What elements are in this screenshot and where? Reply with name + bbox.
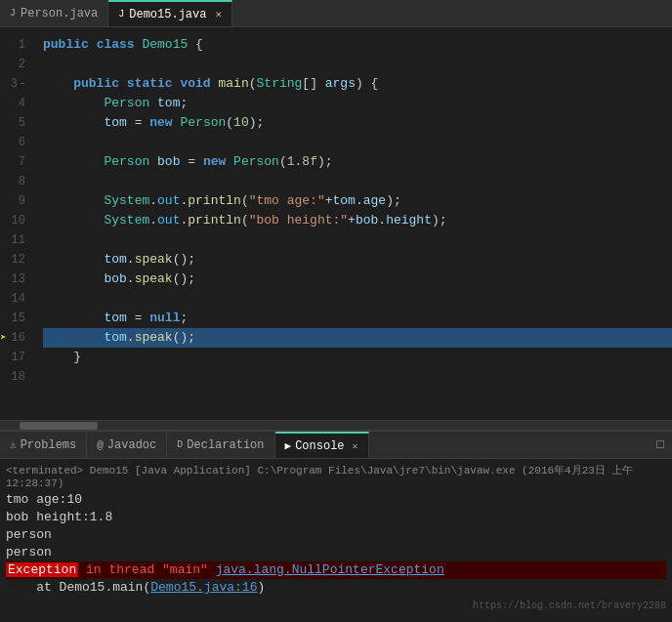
tab-bar: J Person.java J Demo15.java ✕ <box>0 0 672 27</box>
line-num-10: 10 <box>0 211 35 230</box>
code-line-9: System.out.println("tmo age:"+tom.age); <box>43 191 672 211</box>
console-line-2: bob height:1.8 <box>6 509 666 526</box>
console-status: <terminated> Demo15 [Java Application] C… <box>6 463 666 489</box>
tab-person-label: Person.java <box>21 7 98 21</box>
code-line-1: public class Demo15 { <box>43 35 672 55</box>
tab-declaration[interactable]: D Declaration <box>167 432 274 458</box>
code-lines: public class Demo15 { public static void… <box>35 27 672 420</box>
maximize-icon: □ <box>656 437 664 452</box>
bottom-tab-bar: ⚠ Problems @ Javadoc D Declaration ▶ Con… <box>0 432 672 459</box>
problems-icon: ⚠ <box>10 438 17 451</box>
console-line-1: tmo age:10 <box>6 491 666 509</box>
java-file-icon: J <box>10 8 16 19</box>
exception-link[interactable]: java.lang.NullPointerException <box>216 562 444 577</box>
line-numbers: 1 2 3- 4 5 6 7 8 9 10 11 12 13 14 15 ➤16… <box>0 27 35 420</box>
code-editor: 1 2 3- 4 5 6 7 8 9 10 11 12 13 14 15 ➤16… <box>0 27 672 420</box>
code-line-13: bob.speak(); <box>43 270 672 289</box>
console-line-4: person <box>6 544 666 561</box>
console-close-icon[interactable]: ✕ <box>353 440 358 452</box>
code-line-14 <box>43 289 672 309</box>
line-num-11: 11 <box>0 230 35 250</box>
line-num-13: 13 <box>0 270 35 289</box>
line-num-17: 17 <box>0 348 35 367</box>
console-output: <terminated> Demo15 [Java Application] C… <box>0 459 672 622</box>
code-line-12: tom.speak(); <box>43 250 672 270</box>
code-line-11 <box>43 230 672 250</box>
line-num-9: 9 <box>0 191 35 211</box>
console-icon: ▶ <box>285 439 292 452</box>
tab-person[interactable]: J Person.java <box>0 0 108 26</box>
tab-problems[interactable]: ⚠ Problems <box>0 432 87 458</box>
close-icon[interactable]: ✕ <box>215 8 222 21</box>
tab-problems-label: Problems <box>21 438 77 452</box>
code-line-17: } <box>43 348 672 367</box>
fold-icon[interactable]: - <box>20 74 25 94</box>
javadoc-icon: @ <box>97 439 104 451</box>
line-num-5: 5 <box>0 113 35 133</box>
code-line-10: System.out.println("bob height:"+bob.hei… <box>43 211 672 230</box>
editor-area: J Person.java J Demo15.java ✕ 1 2 3- 4 5… <box>0 0 672 430</box>
java-file-icon-2: J <box>118 9 124 20</box>
tab-declaration-label: Declaration <box>187 438 264 452</box>
code-line-2 <box>43 55 672 74</box>
console-stacktrace-line: at Demo15.main(Demo15.java:16) <box>6 579 666 597</box>
line-num-7: 7 <box>0 152 35 172</box>
code-line-6 <box>43 133 672 152</box>
watermark: https://blog.csdn.net/bravery2288 <box>6 601 666 611</box>
line-num-16: ➤16 <box>0 328 35 348</box>
line-num-1: 1 <box>0 35 35 55</box>
code-line-18 <box>43 367 672 387</box>
line-num-14: 14 <box>0 289 35 309</box>
code-line-16: tom.speak(); <box>43 328 672 348</box>
code-line-4: Person tom; <box>43 94 672 113</box>
line-num-6: 6 <box>0 133 35 152</box>
line-num-12: 12 <box>0 250 35 270</box>
code-line-5: tom = new Person(10); <box>43 113 672 133</box>
tab-demo15-label: Demo15.java <box>129 8 206 21</box>
line-num-4: 4 <box>0 94 35 113</box>
scrollbar-thumb[interactable] <box>20 422 98 430</box>
console-line-3: person <box>6 526 666 544</box>
line-num-8: 8 <box>0 172 35 191</box>
code-line-7: Person bob = new Person(1.8f); <box>43 152 672 172</box>
tab-console[interactable]: ▶ Console ✕ <box>275 432 369 458</box>
horizontal-scrollbar[interactable] <box>0 420 672 430</box>
tab-javadoc[interactable]: @ Javadoc <box>87 432 167 458</box>
line-num-15: 15 <box>0 309 35 328</box>
code-line-15: tom = null; <box>43 309 672 328</box>
exception-badge: Exception <box>6 562 78 577</box>
line-num-2: 2 <box>0 55 35 74</box>
stacktrace-link[interactable]: Demo15.java:16 <box>150 580 257 595</box>
console-exception-line: Exception in thread "main" java.lang.Nul… <box>6 561 666 579</box>
code-line-8 <box>43 172 672 191</box>
bottom-panel: ⚠ Problems @ Javadoc D Declaration ▶ Con… <box>0 430 672 622</box>
tab-javadoc-label: Javadoc <box>107 438 156 452</box>
maximize-button[interactable]: □ <box>649 432 672 458</box>
line-num-18: 18 <box>0 367 35 387</box>
declaration-icon: D <box>177 439 183 450</box>
tab-console-label: Console <box>295 439 344 453</box>
code-line-3: public static void main(String[] args) { <box>43 74 672 94</box>
line-num-3: 3- <box>0 74 35 94</box>
tab-demo15[interactable]: J Demo15.java ✕ <box>108 0 232 26</box>
